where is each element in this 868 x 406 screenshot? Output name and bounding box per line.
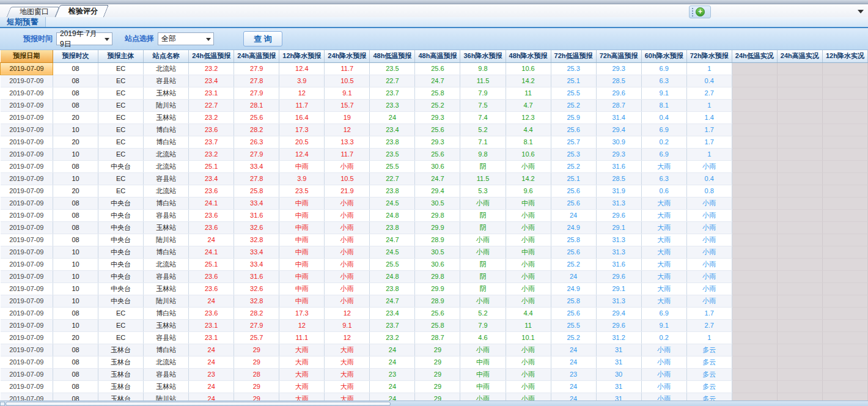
grid-cell[interactable]: 12.3: [506, 111, 551, 124]
grid-cell[interactable]: 北流站: [144, 160, 189, 172]
column-header[interactable]: 36h降水预报: [460, 50, 506, 62]
grid-cell[interactable]: 7.4: [460, 111, 506, 124]
grid-cell[interactable]: EC: [98, 136, 144, 148]
query-button[interactable]: 查 询: [243, 31, 282, 46]
grid-cell-actual[interactable]: [732, 160, 777, 172]
grid-cell-actual[interactable]: [777, 368, 822, 380]
grid-cell[interactable]: 25.3: [551, 62, 596, 75]
grid-cell[interactable]: 29.8: [415, 209, 460, 221]
grid-cell[interactable]: 25.2: [551, 160, 596, 172]
grid-cell[interactable]: 29.6: [596, 87, 641, 99]
grid-cell[interactable]: 玉林站: [144, 282, 189, 295]
grid-cell[interactable]: 12: [279, 87, 325, 99]
grid-cell[interactable]: 小雨: [686, 221, 732, 234]
grid-cell[interactable]: 9.6: [506, 185, 551, 197]
grid-cell[interactable]: 27.8: [234, 75, 279, 87]
grid-cell[interactable]: 12: [325, 331, 370, 344]
grid-cell[interactable]: 小雨: [460, 295, 506, 307]
grid-cell[interactable]: 北流站: [144, 148, 189, 160]
grid-cell[interactable]: 29.8: [415, 270, 460, 282]
grid-cell[interactable]: 小雨: [506, 234, 551, 246]
grid-cell[interactable]: 31.4: [596, 111, 641, 124]
grid-cell-actual[interactable]: [777, 344, 822, 356]
grid-cell-actual[interactable]: [777, 148, 822, 160]
column-header[interactable]: 24h低温实况: [732, 50, 777, 62]
grid-cell[interactable]: 2019-07-09: [1, 270, 53, 282]
grid-cell[interactable]: 多云: [686, 368, 732, 380]
grid-cell[interactable]: 0.4: [686, 172, 732, 185]
grid-cell[interactable]: 28.9: [415, 234, 460, 246]
grid-cell-actual[interactable]: [822, 124, 867, 136]
grid-cell[interactable]: 小雨: [506, 295, 551, 307]
grid-cell[interactable]: 25.1: [551, 75, 596, 87]
grid-cell[interactable]: EC: [98, 185, 144, 197]
grid-cell[interactable]: 中央台: [98, 221, 144, 234]
grid-cell[interactable]: 31: [596, 344, 641, 356]
grid-cell[interactable]: 中雨: [279, 282, 325, 295]
grid-cell-actual[interactable]: [732, 307, 777, 319]
grid-cell-actual[interactable]: [732, 136, 777, 148]
grid-cell[interactable]: 大雨: [641, 258, 686, 270]
grid-cell[interactable]: 31.2: [596, 331, 641, 344]
grid-cell[interactable]: 8.1: [641, 99, 686, 111]
grid-cell[interactable]: 25.9: [551, 111, 596, 124]
grid-cell-actual[interactable]: [732, 124, 777, 136]
grid-cell[interactable]: 23.4: [370, 307, 415, 319]
grid-cell[interactable]: 23.7: [370, 319, 415, 331]
grid-cell[interactable]: 0.2: [641, 331, 686, 344]
grid-cell[interactable]: 大雨: [641, 295, 686, 307]
column-header[interactable]: 48h低温预报: [370, 50, 415, 62]
grid-cell[interactable]: 10: [53, 319, 98, 331]
grid-cell[interactable]: 中雨: [279, 160, 325, 172]
grid-cell[interactable]: 博白站: [144, 246, 189, 258]
grid-cell[interactable]: 10.1: [506, 331, 551, 344]
grid-cell[interactable]: 25.1: [189, 160, 234, 172]
grid-cell[interactable]: EC: [98, 124, 144, 136]
grid-cell[interactable]: 31.6: [596, 258, 641, 270]
grid-cell[interactable]: 大雨: [641, 221, 686, 234]
grid-cell[interactable]: 0.4: [686, 75, 732, 87]
column-header[interactable]: 预报主体: [98, 50, 144, 62]
grid-cell[interactable]: 阴: [460, 160, 506, 172]
grid-cell[interactable]: 大雨: [279, 356, 325, 368]
grid-cell[interactable]: 24.8: [370, 270, 415, 282]
column-header[interactable]: 48h降水预报: [506, 50, 551, 62]
grid-cell[interactable]: 24: [370, 356, 415, 368]
grid-cell[interactable]: 29.6: [596, 270, 641, 282]
grid-cell[interactable]: 12: [325, 124, 370, 136]
grid-cell[interactable]: EC: [98, 62, 144, 75]
grid-cell[interactable]: 29: [415, 380, 460, 393]
grid-cell[interactable]: 中雨: [460, 356, 506, 368]
grid-cell[interactable]: 中雨: [506, 246, 551, 258]
grid-cell-actual[interactable]: [732, 87, 777, 99]
grid-cell[interactable]: 小雨: [686, 258, 732, 270]
grid-cell[interactable]: 小雨: [686, 197, 732, 209]
grid-cell[interactable]: 北流站: [144, 258, 189, 270]
grid-cell[interactable]: 7.9: [460, 87, 506, 99]
grid-cell-actual[interactable]: [732, 368, 777, 380]
grid-cell[interactable]: 5.3: [460, 185, 506, 197]
grid-cell[interactable]: 24.1: [189, 197, 234, 209]
grid-cell[interactable]: 30: [596, 368, 641, 380]
grid-cell[interactable]: 2019-07-09: [1, 368, 53, 380]
grid-cell[interactable]: 24: [370, 111, 415, 124]
grid-cell[interactable]: 中央台: [98, 160, 144, 172]
grid-cell[interactable]: 24: [189, 380, 234, 393]
grid-cell[interactable]: 23.6: [189, 270, 234, 282]
grid-cell[interactable]: 08: [53, 368, 98, 380]
grid-cell[interactable]: 大雨: [325, 380, 370, 393]
chevron-down-icon[interactable]: [858, 10, 864, 13]
grid-cell[interactable]: 小雨: [641, 356, 686, 368]
grid-cell[interactable]: 小雨: [325, 282, 370, 295]
grid-cell[interactable]: 2019-07-09: [1, 282, 53, 295]
grid-cell[interactable]: 29: [415, 344, 460, 356]
grid-cell-actual[interactable]: [822, 319, 867, 331]
grid-cell[interactable]: 中央台: [98, 295, 144, 307]
grid-cell-actual[interactable]: [777, 258, 822, 270]
grid-cell-actual[interactable]: [732, 331, 777, 344]
grid-cell[interactable]: 33.4: [234, 258, 279, 270]
grid-cell[interactable]: 29.9: [415, 282, 460, 295]
grid-cell[interactable]: 8.1: [506, 136, 551, 148]
grid-cell[interactable]: 08: [53, 87, 98, 99]
grid-cell-actual[interactable]: [777, 282, 822, 295]
